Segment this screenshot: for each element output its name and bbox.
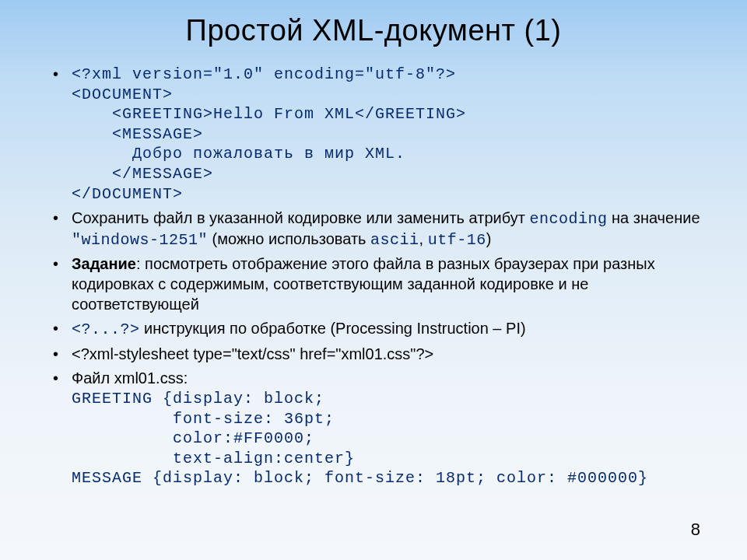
bullet-save-encoding: Сохранить файл в указанной кодировке или… — [53, 208, 710, 250]
text-fragment: на значение — [607, 209, 700, 226]
bullet-css-file: Файл xml01.css: GREETING {display: block… — [53, 369, 710, 488]
code-inline-utf16: utf-16 — [428, 231, 486, 249]
text-fragment: , — [419, 230, 428, 247]
slide-title: Простой XML-документ (1) — [37, 14, 710, 47]
text-css-intro: Файл xml01.css: — [72, 369, 188, 387]
task-text: : посмотреть отображение этого файла в р… — [72, 255, 655, 312]
code-xml-sample: <?xml version="1.0" encoding="utf-8"?> <… — [72, 65, 710, 204]
text-fragment: Сохранить файл в указанной кодировке или… — [72, 209, 529, 226]
bullet-task: Задание: посмотреть отображение этого фа… — [53, 254, 710, 314]
code-inline-pi: <?...?> — [72, 320, 140, 338]
bullet-processing-instruction: <?...?> инструкция по обработке (Process… — [53, 319, 710, 340]
task-label: Задание — [72, 255, 136, 272]
bullet-list: <?xml version="1.0" encoding="utf-8"?> <… — [37, 65, 710, 488]
text-fragment: инструкция по обработке (Processing Inst… — [140, 320, 526, 337]
text-fragment: ) — [486, 230, 492, 247]
code-css-block: GREETING {display: block; font-size: 36p… — [72, 389, 710, 488]
code-inline-ascii: ascii — [370, 231, 419, 249]
slide: Простой XML-документ (1) <?xml version="… — [0, 0, 747, 488]
bullet-xml-sample: <?xml version="1.0" encoding="utf-8"?> <… — [53, 65, 710, 204]
bullet-stylesheet-pi: <?xml-stylesheet type="text/css" href="x… — [53, 345, 710, 365]
code-inline-windows1251: "windows-1251" — [72, 231, 208, 249]
text-stylesheet-pi: <?xml-stylesheet type="text/css" href="x… — [72, 345, 433, 362]
text-fragment: (можно использовать — [208, 230, 370, 247]
page-number: 8 — [691, 520, 700, 540]
code-inline-encoding: encoding — [529, 210, 607, 228]
